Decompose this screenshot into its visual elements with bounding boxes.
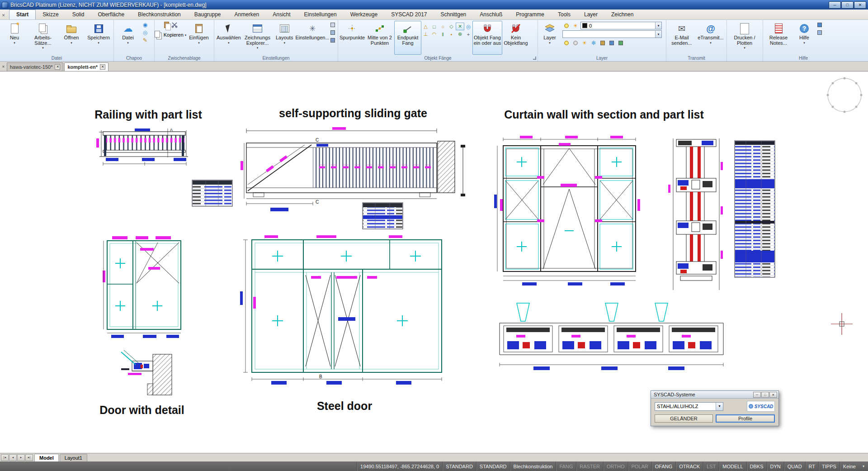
snap-extension-icon[interactable] xyxy=(456,30,464,38)
ribbon-tab-anschluss[interactable]: Anschluß xyxy=(473,10,509,19)
snap-apparent-icon[interactable] xyxy=(464,23,472,30)
status-workspace[interactable]: Blechkonstruktion xyxy=(510,461,556,471)
cut-icon[interactable] xyxy=(170,21,179,29)
gelaender-button[interactable]: GELÄNDER xyxy=(655,414,713,423)
curtain-wall-part-list[interactable] xyxy=(735,141,775,277)
neu-button[interactable]: Neu xyxy=(1,21,28,55)
speichern-button[interactable]: Speichern xyxy=(85,21,112,55)
arbeitssaetze-button[interactable]: Arbeits-Sätze... xyxy=(28,21,58,55)
layer-isolate-icon[interactable] xyxy=(562,39,571,47)
steel-door-title[interactable]: Steel door xyxy=(317,400,373,412)
endpunkt-fang-button[interactable]: Endpunkt Fang xyxy=(394,21,421,55)
ribbon-tab-syscad-2017[interactable]: SYSCAD 2017 xyxy=(384,10,434,19)
railing-part-list[interactable] xyxy=(192,180,232,206)
gate-part-list[interactable] xyxy=(363,203,403,229)
sliding-gate-title[interactable]: self-supporting sliding gate xyxy=(279,107,427,119)
objekt-fang-toggle-button[interactable]: Objekt Fang ein oder aus xyxy=(472,21,502,55)
drawing-canvas[interactable]: Railing with part list self-supporting s… xyxy=(0,71,868,453)
ribbon-tab-blechkonstruktion[interactable]: Blechkonstruktion xyxy=(131,10,188,19)
snap-midpoint-icon[interactable] xyxy=(421,23,430,30)
layer-thaw-icon[interactable] xyxy=(571,22,580,29)
hilfe-button[interactable]: Hilfe xyxy=(793,21,816,55)
panel-toggle-icon[interactable] xyxy=(816,21,824,29)
layout1-tab[interactable]: Layout1 xyxy=(60,454,87,461)
objekt-faenge-dialog-launcher-icon[interactable] xyxy=(533,57,536,60)
model-tab[interactable]: Model xyxy=(34,454,59,461)
einstellungen-button[interactable]: Einstellungen... xyxy=(296,21,329,55)
combo-caret-icon[interactable] xyxy=(655,22,661,29)
ribbon-tab-baugruppe[interactable]: Baugruppe xyxy=(188,10,228,19)
snap-tangent-icon[interactable] xyxy=(430,30,439,38)
curtain-wall-elevation[interactable] xyxy=(494,136,640,285)
ribbon-tab-werkzeuge[interactable]: Werkzeuge xyxy=(344,10,384,19)
status-toggle-tipps[interactable]: TIPPS xyxy=(818,461,840,471)
ribbon-tab-skizze[interactable]: Skizze xyxy=(36,10,65,19)
einfuegen-button[interactable]: Einfügen xyxy=(185,21,212,55)
ribbon-tab-oberflaeche[interactable]: Oberfläche xyxy=(91,10,131,19)
ucs-icon[interactable] xyxy=(329,21,337,29)
layer-current-icon[interactable] xyxy=(617,39,625,47)
steel-door-drawing[interactable]: B xyxy=(240,235,442,385)
door-title[interactable]: Door with detail xyxy=(99,404,184,416)
paste-special-icon[interactable] xyxy=(162,21,170,29)
snap-insertion-icon[interactable]: + xyxy=(464,30,472,38)
status-toggle-ofang[interactable]: OFANG xyxy=(651,461,676,471)
status-toggle-fang[interactable]: FANG xyxy=(556,461,576,471)
titlebar[interactable]: BricsCAD Platinum (Lizenz, NICHT ZUM WIE… xyxy=(0,0,868,10)
status-toggle-ortho[interactable]: ORTHO xyxy=(603,461,628,471)
ribbon-tab-zeichnen[interactable]: Zeichnen xyxy=(604,10,640,19)
railing-drawing[interactable]: A xyxy=(96,128,188,166)
spurpunkte-button[interactable]: Spurpunkte xyxy=(339,21,365,55)
dialog-minimize-button[interactable] xyxy=(753,392,761,398)
status-toggle-modell[interactable]: MODELL xyxy=(719,461,746,471)
ribbon-tab-start[interactable]: Start xyxy=(9,10,36,19)
doc-tab-hawa-variotec[interactable]: hawa-variotec-150* xyxy=(7,62,64,71)
railing-title[interactable]: Railing with part list xyxy=(94,108,202,121)
oeffnen-button[interactable]: Öffnen xyxy=(58,21,85,55)
first-tab-button[interactable] xyxy=(1,454,9,461)
maximize-button[interactable] xyxy=(841,1,854,9)
status-menu-caret-icon[interactable] xyxy=(859,464,868,468)
curtain-wall-title[interactable]: Curtain wall with section and part list xyxy=(504,108,704,121)
door-drawing[interactable] xyxy=(103,236,181,338)
chapoo-link-icon[interactable] xyxy=(141,29,149,36)
curtain-wall-section-vertical[interactable] xyxy=(668,138,723,290)
doc-bar-close-icon[interactable] xyxy=(2,65,5,69)
layer-freeze-icon[interactable] xyxy=(590,39,598,47)
chapoo-annotate-icon[interactable] xyxy=(141,36,149,44)
mitte-von-2-punkten-button[interactable]: Mitte von 2 Punkten xyxy=(365,21,394,55)
combo-caret-icon[interactable] xyxy=(716,403,723,410)
status-textstyle[interactable]: STANDARD xyxy=(442,461,476,471)
material-select[interactable]: STAHL/ALU/HOLZ xyxy=(655,402,723,411)
layer-match-icon[interactable] xyxy=(608,39,616,47)
status-annotation-scale[interactable]: Keine xyxy=(840,461,859,471)
curtain-wall-section-horizontal[interactable] xyxy=(500,303,723,370)
layer-on-off-icon[interactable] xyxy=(562,22,571,29)
status-dimstyle[interactable]: STANDARD xyxy=(476,461,510,471)
layer-state-select[interactable] xyxy=(562,30,662,38)
zeichnungs-explorer-button[interactable]: Zeichnungs Explorer... xyxy=(242,21,273,55)
snap-perpendicular-icon[interactable] xyxy=(421,30,430,38)
profile-button[interactable]: Profile xyxy=(716,414,775,423)
layer-button[interactable]: Layer xyxy=(539,21,561,55)
snap-intersection-icon[interactable] xyxy=(456,23,464,30)
etransmit-button[interactable]: eTransmit... xyxy=(696,21,725,55)
door-detail-drawing[interactable] xyxy=(121,350,172,395)
ribbon-tab-layer[interactable]: Layer xyxy=(577,10,604,19)
chapoo-datei-button[interactable]: Datei xyxy=(115,21,141,55)
email-senden-button[interactable]: E-Mail senden... xyxy=(667,21,696,55)
next-tab-button[interactable] xyxy=(17,454,25,461)
release-notes-button[interactable]: Release Notes... xyxy=(764,21,793,55)
close-tab-icon[interactable] xyxy=(55,64,60,70)
menubar-close-icon[interactable] xyxy=(2,13,8,18)
snap-quadrant-icon[interactable] xyxy=(447,23,456,30)
minimize-button[interactable] xyxy=(829,1,841,9)
workspace-icon[interactable] xyxy=(329,36,337,44)
kopieren-button[interactable]: Kopieren xyxy=(153,30,188,39)
status-toggle-dbks[interactable]: DBKS xyxy=(746,461,767,471)
status-toggle-lst[interactable]: LST xyxy=(703,461,719,471)
ribbon-tab-anmerken[interactable]: Anmerken xyxy=(228,10,266,19)
status-toggle-rt[interactable]: RT xyxy=(805,461,818,471)
ribbon-tab-solid[interactable]: Solid xyxy=(66,10,91,19)
status-toggle-raster[interactable]: RASTER xyxy=(576,461,603,471)
